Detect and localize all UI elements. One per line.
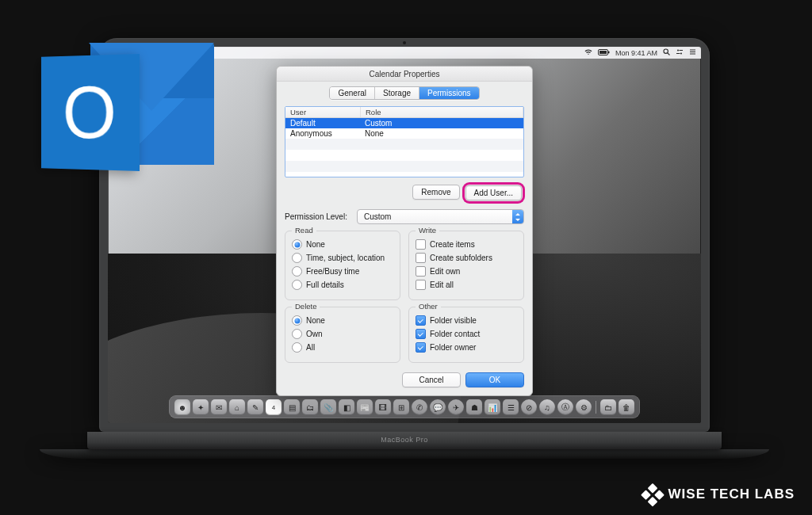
dock-app-icon[interactable]: ⊘ [521,399,537,415]
svg-line-4 [668,53,670,55]
dock-app-icon[interactable]: ☰ [503,399,519,415]
group-delete: Delete None Own [285,307,400,363]
dock-app-icon[interactable]: ⊞ [393,399,409,415]
outlook-tile: O [41,54,140,171]
dock-trash-icon[interactable]: 🗑 [619,399,634,415]
ok-button[interactable]: OK [465,372,524,387]
checkbox-icon [416,342,426,353]
brand-text: WISE TECH LABS [668,486,795,502]
table-row-empty [285,150,523,161]
search-icon[interactable] [663,48,670,57]
radio-icon [292,315,302,326]
dialog-title: Calendar Properties [277,67,532,82]
read-none-option[interactable]: None [292,239,393,250]
dock-app-icon[interactable]: ⌂ [229,399,245,415]
svg-rect-2 [608,51,610,53]
radio-icon [292,266,302,277]
dock-folder-icon[interactable]: 🗀 [600,399,616,415]
dock-app-icon[interactable]: ✎ [247,399,263,415]
outlook-logo: O [32,27,214,195]
wifi-icon[interactable] [584,49,592,57]
dock-app-icon[interactable]: ☻ [174,399,190,415]
battery-icon[interactable] [598,49,610,57]
laptop-hinge: MacBook Pro [87,432,722,449]
dock-app-icon[interactable]: ✆ [412,399,427,415]
tab-storage[interactable]: Storage [375,87,419,99]
delete-none-option[interactable]: None [292,315,393,326]
svg-point-5 [677,50,679,52]
other-folder-visible-option[interactable]: Folder visible [416,315,517,326]
option-label: None [306,316,325,325]
col-header-role[interactable]: Role [361,107,523,117]
table-row[interactable]: Default Custom [285,118,523,128]
laptop-foot [40,449,769,459]
permissions-user-list[interactable]: User Role Default Custom Anonymous None [285,106,524,177]
permission-level-row: Permission Level: Custom [285,209,524,224]
option-label: None [306,240,325,249]
dock-app-icon[interactable]: ⚙ [576,399,592,415]
delete-all-option[interactable]: All [292,342,393,353]
dock-app-icon[interactable]: 📰 [357,399,373,415]
option-label: Folder contact [430,330,480,338]
radio-icon [292,329,302,339]
brand-logo-icon [639,481,666,508]
tab-general[interactable]: General [330,87,375,99]
group-other: Other Folder visible Folder contact [408,307,524,363]
delete-own-option[interactable]: Own [292,329,393,339]
svg-point-3 [664,49,668,53]
dock-app-icon[interactable]: 📊 [485,399,500,415]
permission-level-select[interactable]: Custom [357,209,524,224]
checkbox-icon [416,266,426,277]
notifications-icon[interactable] [689,48,696,57]
dock-app-icon[interactable]: 🗂 [302,399,318,415]
other-folder-contact-option[interactable]: Folder contact [416,329,517,339]
dock-separator [596,401,596,414]
read-tsl-option[interactable]: Time, subject, location [292,253,393,263]
dock-app-icon[interactable]: Ⓐ [557,399,573,415]
checkbox-icon [416,315,426,326]
permission-level-label: Permission Level: [285,212,347,221]
svg-point-7 [680,53,682,55]
menubar-clock[interactable]: Mon 9:41 AM [615,49,657,57]
remove-button[interactable]: Remove [412,185,459,200]
read-full-option[interactable]: Full details [292,280,393,290]
dock-app-icon[interactable]: 💬 [430,399,446,415]
dock-app-icon[interactable]: 🎞 [375,399,391,415]
dock-app-icon[interactable]: ♫ [539,399,555,415]
dock-app-icon[interactable]: ▤ [284,399,300,415]
row-user: Default [285,118,360,128]
dock-app-icon[interactable]: ☗ [466,399,482,415]
table-row[interactable]: Anonymous None [285,128,523,139]
checkbox-icon [416,253,426,263]
svg-rect-1 [599,51,607,54]
dock-app-icon[interactable]: ✈ [448,399,464,415]
dock-app-icon[interactable]: ✉ [211,399,227,415]
add-user-button[interactable]: Add User... [465,185,522,200]
other-folder-owner-option[interactable]: Folder owner [416,342,517,353]
read-freebusy-option[interactable]: Free/Busy time [292,266,393,277]
group-legend: Delete [292,302,320,311]
dock-app-icon[interactable]: 4 [266,399,282,415]
mac-dock: ☻ ✦ ✉ ⌂ ✎ 4 ▤ 🗂 📎 ◧ 📰 🎞 ⊞ ✆ 💬 ✈ ☗ 📊 ☰ ⊘ [169,395,640,418]
write-create-subfolders-option[interactable]: Create subfolders [416,253,517,263]
control-center-icon[interactable] [676,48,684,57]
col-header-user[interactable]: User [285,107,361,117]
write-create-items-option[interactable]: Create items [416,239,517,250]
dock-app-icon[interactable]: ◧ [339,399,354,415]
dock-app-icon[interactable]: 📎 [320,399,336,415]
write-edit-own-option[interactable]: Edit own [416,266,517,277]
dialog-actions: Cancel OK [285,372,524,387]
option-label: Free/Busy time [306,267,359,276]
table-row-empty [285,139,523,150]
dock-app-icon[interactable]: ✦ [193,399,209,415]
option-label: Edit own [430,267,460,276]
permission-level-value: Custom [364,212,391,221]
group-read: Read None Time, subject, location [285,231,400,300]
tab-permissions[interactable]: Permissions [419,87,478,99]
option-label: Full details [306,280,344,289]
radio-icon [292,342,302,353]
cancel-button[interactable]: Cancel [402,372,461,387]
write-edit-all-option[interactable]: Edit all [416,280,517,290]
laptop-label: MacBook Pro [381,436,428,444]
option-label: Own [306,330,323,338]
